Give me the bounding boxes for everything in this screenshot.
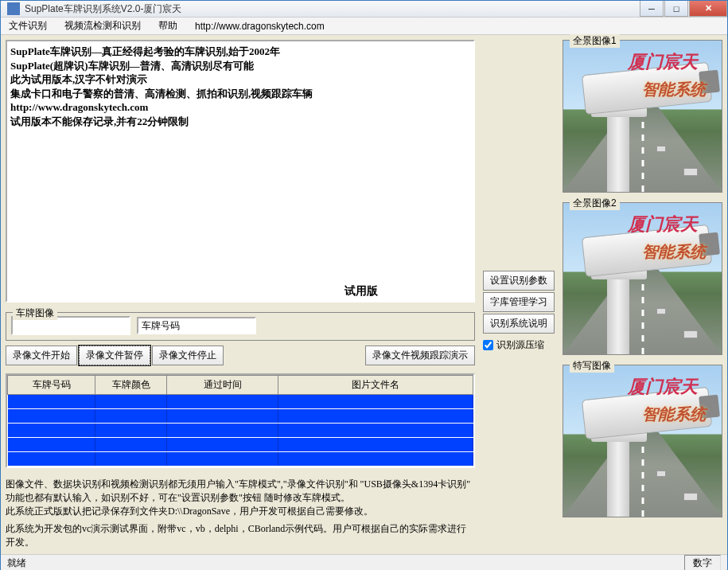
compress-checkbox[interactable]: [483, 340, 493, 350]
window-controls: ─ □ ✕: [639, 1, 727, 17]
content-area: SupPlate车牌识别—真正经得起考验的车牌识别,始于2002年 SupPla…: [1, 35, 727, 554]
col-color[interactable]: 车牌颜色: [95, 376, 167, 395]
plate-group-label: 车牌图像: [13, 306, 57, 320]
closeup-panel: 特写图像 厦门宸天 智能系统: [563, 365, 722, 517]
menu-file-rec[interactable]: 文件识别: [6, 18, 50, 34]
overlay-brand: 厦门宸天: [628, 375, 698, 399]
overlay-system: 智能系统: [642, 79, 706, 100]
rec-demo-button[interactable]: 录像文件视频跟踪演示: [365, 346, 475, 365]
table-row[interactable]: [8, 452, 473, 467]
footer-line3: 此系统为开发包的vc演示测试界面，附带vc，vb，delphi，CBorland…: [6, 522, 475, 549]
rec-start-button[interactable]: 录像文件开始: [6, 346, 77, 365]
footer-line1: 图像文件、数据块识别和视频检测识别都无须用户输入"车牌模式","录像文件识别"和…: [6, 478, 475, 505]
closeup-label: 特写图像: [570, 359, 614, 373]
results-table[interactable]: 车牌号码 车牌颜色 通过时间 图片文件名: [7, 375, 473, 467]
table-row[interactable]: [8, 424, 473, 438]
panorama2-label: 全景图像2: [570, 197, 620, 210]
closeup-image: 厦门宸天 智能系统: [563, 365, 722, 517]
close-button[interactable]: ✕: [689, 1, 727, 17]
left-column: SupPlate车牌识别—真正经得起考验的车牌识别,始于2002年 SupPla…: [6, 40, 475, 549]
trial-label: 试用版: [345, 284, 378, 299]
footer-line2: 此系统正式版默认把记录保存到文件夹D:\\DragonSave，用户开发可根据自…: [6, 505, 475, 518]
status-left: 就绪: [7, 556, 26, 570]
record-button-row: 录像文件开始 录像文件暂停 录像文件停止 录像文件视频跟踪演示: [6, 346, 475, 365]
menu-help[interactable]: 帮助: [155, 18, 181, 34]
side-buttons: 设置识别参数 字库管理学习 识别系统说明 识别源压缩: [483, 271, 555, 352]
titlebar: SupPlate车牌识别系统V2.0-厦门宸天 ─ □ ✕: [1, 1, 727, 18]
overlay-system: 智能系统: [642, 241, 706, 263]
window-title: SupPlate车牌识别系统V2.0-厦门宸天: [25, 2, 639, 16]
rec-stop-button[interactable]: 录像文件停止: [152, 346, 224, 365]
plate-number-box: 车牌号码: [137, 317, 256, 334]
footer-text: 图像文件、数据块识别和视频检测识别都无须用户输入"车牌模式","录像文件识别"和…: [6, 478, 475, 549]
app-icon: [7, 2, 20, 15]
panorama1-panel: 全景图像1 厦门宸天 智能系统: [563, 40, 722, 193]
intro-textbox[interactable]: SupPlate车牌识别—真正经得起考验的车牌识别,始于2002年 SupPla…: [6, 40, 475, 303]
overlay-brand: 厦门宸天: [628, 50, 698, 74]
panorama2-image: 厦门宸天 智能系统: [563, 203, 722, 354]
table-row[interactable]: [8, 438, 473, 452]
overlay-brand: 厦门宸天: [628, 213, 698, 236]
set-params-button[interactable]: 设置识别参数: [483, 271, 555, 291]
status-right: 数字: [684, 555, 721, 570]
overlay-system: 智能系统: [642, 404, 706, 425]
plate-group: 车牌图像 车牌号码: [6, 312, 475, 341]
table-row[interactable]: [8, 395, 473, 409]
intro-text: SupPlate车牌识别—真正经得起考验的车牌识别,始于2002年 SupPla…: [10, 45, 470, 128]
table-row[interactable]: [8, 409, 473, 424]
statusbar: 就绪 数字: [1, 554, 727, 570]
right-column: 全景图像1 厦门宸天 智能系统 全景图像2 厦门宸天: [563, 40, 722, 549]
minimize-button[interactable]: ─: [640, 1, 664, 17]
menu-url[interactable]: http://www.dragonskytech.com: [192, 19, 328, 33]
plate-section: 车牌图像 车牌号码 录像文件开始 录像文件暂停 录像文件停止 录像文件视频跟踪演…: [6, 307, 475, 365]
font-learn-button[interactable]: 字库管理学习: [483, 292, 555, 312]
maximize-button[interactable]: □: [664, 1, 688, 17]
app-window: SupPlate车牌识别系统V2.0-厦门宸天 ─ □ ✕ 文件识别 视频流检测…: [0, 0, 728, 570]
sys-desc-button[interactable]: 识别系统说明: [483, 314, 555, 334]
col-time[interactable]: 通过时间: [167, 376, 278, 395]
plate-number-label: 车牌号码: [142, 319, 180, 333]
col-file[interactable]: 图片文件名: [278, 376, 473, 395]
menubar: 文件识别 视频流检测和识别 帮助 http://www.dragonskytec…: [1, 18, 727, 35]
rec-pause-button[interactable]: 录像文件暂停: [79, 346, 150, 365]
compress-label: 识别源压缩: [496, 338, 544, 352]
panorama2-panel: 全景图像2 厦门宸天 智能系统: [563, 202, 722, 355]
panorama1-label: 全景图像1: [570, 34, 620, 48]
col-plate[interactable]: 车牌号码: [8, 376, 95, 395]
compress-checkbox-row[interactable]: 识别源压缩: [483, 338, 555, 352]
panorama1-image: 厦门宸天 智能系统: [563, 41, 722, 192]
menu-video-rec[interactable]: 视频流检测和识别: [61, 18, 144, 34]
results-table-wrap: 车牌号码 车牌颜色 通过时间 图片文件名: [6, 373, 475, 468]
